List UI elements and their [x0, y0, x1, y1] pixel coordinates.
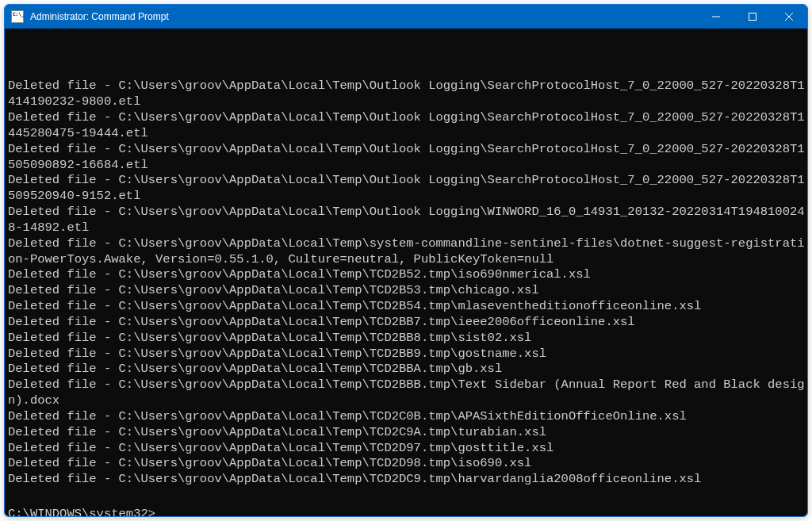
titlebar[interactable]: Administrator: Command Prompt [5, 5, 807, 29]
output-line: Deleted file - C:\Users\groov\AppData\Lo… [8, 362, 806, 377]
maximize-button[interactable] [734, 5, 771, 29]
output-line: Deleted file - C:\Users\groov\AppData\Lo… [8, 456, 806, 472]
output-line: Deleted file - C:\Users\groov\AppData\Lo… [8, 315, 806, 331]
close-icon [785, 13, 793, 21]
terminal-output[interactable]: Deleted file - C:\Users\groov\AppData\Lo… [5, 29, 807, 516]
output-line: Deleted file - C:\Users\groov\AppData\Lo… [8, 331, 806, 347]
output-line: Deleted file - C:\Users\groov\AppData\Lo… [8, 267, 806, 283]
output-line: Deleted file - C:\Users\groov\AppData\Lo… [8, 425, 806, 441]
close-button[interactable] [771, 5, 807, 29]
output-line: Deleted file - C:\Users\groov\AppData\Lo… [8, 472, 806, 488]
prompt-text: C:\WINDOWS\system32> [8, 507, 155, 516]
minimize-button[interactable] [698, 5, 734, 29]
output-line: Deleted file - C:\Users\groov\AppData\Lo… [8, 347, 806, 362]
maximize-icon [749, 13, 756, 21]
window-title: Administrator: Command Prompt [30, 11, 698, 22]
prompt-line[interactable]: C:\WINDOWS\system32> [8, 507, 806, 516]
output-line: Deleted file - C:\Users\groov\AppData\Lo… [8, 283, 806, 299]
output-line: Deleted file - C:\Users\groov\AppData\Lo… [8, 441, 806, 457]
output-line: Deleted file - C:\Users\groov\AppData\Lo… [8, 173, 806, 205]
blank-line [8, 488, 806, 504]
cmd-icon [11, 10, 24, 23]
window-controls [698, 5, 807, 29]
command-prompt-window: Administrator: Command Prompt Deleted fi… [4, 4, 808, 517]
output-line: Deleted file - C:\Users\groov\AppData\Lo… [8, 110, 806, 142]
output-line: Deleted file - C:\Users\groov\AppData\Lo… [8, 236, 806, 268]
output-line: Deleted file - C:\Users\groov\AppData\Lo… [8, 377, 806, 409]
output-line: Deleted file - C:\Users\groov\AppData\Lo… [8, 142, 806, 174]
output-line: Deleted file - C:\Users\groov\AppData\Lo… [8, 79, 806, 110]
output-line: Deleted file - C:\Users\groov\AppData\Lo… [8, 409, 806, 425]
minimize-icon [712, 13, 720, 21]
output-line: Deleted file - C:\Users\groov\AppData\Lo… [8, 299, 806, 315]
output-line: Deleted file - C:\Users\groov\AppData\Lo… [8, 205, 806, 236]
svg-rect-1 [749, 13, 756, 21]
